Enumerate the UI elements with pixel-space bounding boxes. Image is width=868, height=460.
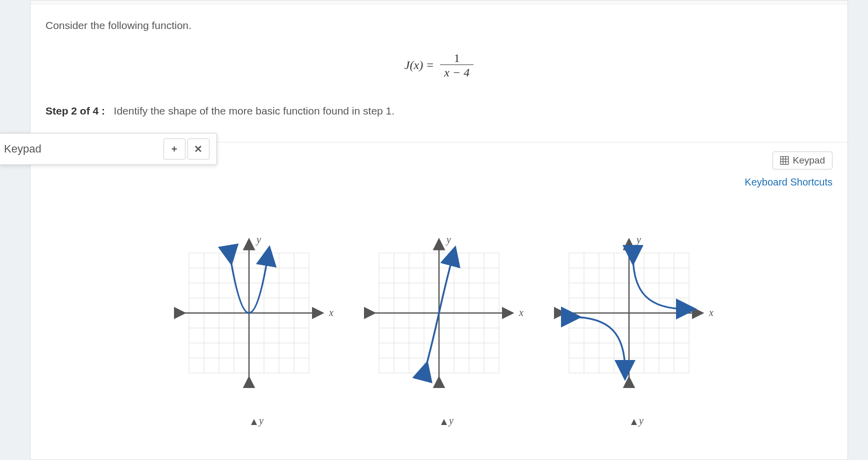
keypad-float-label: Keypad [2, 142, 162, 156]
step-text: Identify the shape of the more basic fun… [114, 105, 395, 116]
keypad-floating-palette[interactable]: Keypad + ✕ [0, 133, 217, 165]
svg-rect-0 [780, 156, 788, 164]
formula-lhs: J(x) = [404, 58, 434, 72]
step-line: Step 2 of 4 : Identify the shape of the … [46, 105, 832, 117]
question-card: Consider the following function. J(x) = … [30, 0, 848, 460]
parabola-graph-svg [174, 238, 324, 388]
card-top-bar [30, 0, 848, 4]
function-formula: J(x) = 1 x − 4 [46, 52, 832, 81]
y-axis-label: y [256, 234, 261, 246]
formula-numerator: 1 [440, 52, 474, 65]
x-axis-label: x [519, 307, 524, 318]
cubic-graph-svg [364, 238, 514, 388]
graph-option-parabola[interactable]: y x [174, 238, 324, 388]
graph-option-cubic[interactable]: y x [364, 238, 514, 388]
keypad-times-button[interactable]: ✕ [188, 138, 210, 160]
keypad-grid-icon [780, 156, 789, 165]
graph-option-peek-1[interactable]: y [174, 418, 324, 428]
graph-options-row-2: y y y [30, 418, 848, 428]
reciprocal-graph-svg [554, 238, 704, 388]
question-prompt: Consider the following function. [46, 20, 832, 32]
y-axis-label: y [446, 234, 451, 246]
y-axis-label: y [449, 415, 454, 426]
keypad-plus-button[interactable]: + [164, 138, 186, 160]
graph-option-reciprocal[interactable]: y x [554, 238, 704, 388]
x-axis-label: x [709, 307, 714, 318]
y-axis-label: y [259, 415, 264, 426]
graph-option-peek-3[interactable]: y [554, 418, 704, 428]
formula-denominator: x − 4 [440, 65, 474, 80]
graph-option-peek-2[interactable]: y [364, 418, 514, 428]
x-axis-label: x [329, 307, 334, 318]
step-label: Step 2 of 4 : [46, 105, 105, 116]
graph-options-row: y x [30, 238, 848, 388]
keyboard-shortcuts-link[interactable]: Keyboard Shortcuts [744, 176, 832, 188]
y-axis-label: y [639, 415, 644, 426]
keypad-button[interactable]: Keypad [772, 152, 832, 170]
keypad-button-label: Keypad [793, 155, 825, 166]
y-axis-label: y [636, 234, 641, 246]
